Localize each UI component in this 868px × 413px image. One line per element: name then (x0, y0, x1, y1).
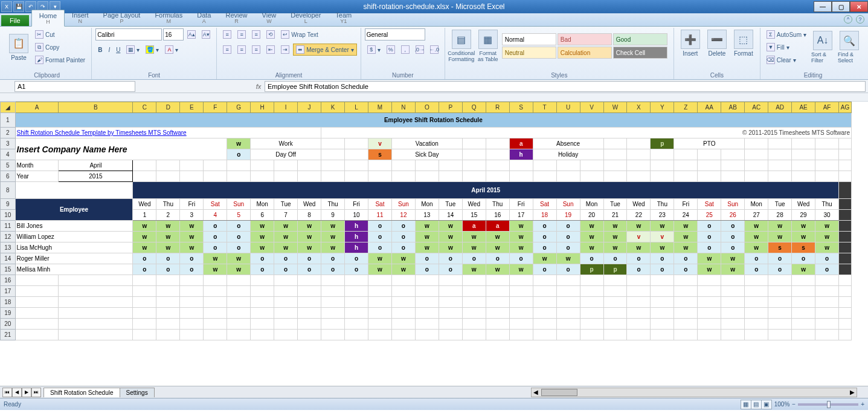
shift-cell[interactable]: o (698, 232, 721, 242)
shift-cell[interactable]: w (298, 232, 321, 242)
shift-cell[interactable]: w (486, 264, 509, 275)
shift-cell[interactable]: w (745, 242, 768, 253)
shift-cell[interactable]: h (345, 221, 368, 232)
col-header-Q[interactable]: Q (462, 102, 486, 113)
zoom-in-button[interactable]: + (861, 401, 864, 408)
page-layout-view-icon[interactable]: ▤ (751, 400, 762, 409)
shift-cell[interactable]: w (745, 232, 768, 242)
grow-font-button[interactable]: A▴ (185, 28, 198, 41)
shift-cell[interactable]: w (391, 264, 415, 275)
employee-name[interactable]: Lisa McHugh (15, 242, 133, 253)
col-header-E[interactable]: E (180, 102, 204, 113)
shift-cell[interactable]: o (556, 221, 580, 232)
shift-cell[interactable]: w (533, 253, 556, 264)
shift-cell[interactable]: o (815, 253, 839, 264)
row-header-4[interactable]: 4 (1, 149, 16, 160)
col-header-I[interactable]: I (274, 102, 298, 113)
find-select-button[interactable]: 🔍Find & Select (837, 30, 862, 65)
col-header-U[interactable]: U (556, 102, 580, 113)
row-header-16[interactable]: 16 (1, 275, 16, 286)
sheet-nav-first[interactable]: ⏮ (2, 388, 12, 397)
row-header-12[interactable]: 12 (1, 232, 16, 242)
shift-cell[interactable]: w (156, 232, 180, 242)
delete-cells-button[interactable]: ➖Delete (704, 28, 730, 58)
align-right-button[interactable]: ≡ (249, 44, 263, 56)
align-middle-button[interactable]: ≡ (235, 28, 248, 41)
col-header-N[interactable]: N (391, 102, 415, 113)
conditional-formatting-button[interactable]: ▤Conditional Formatting (449, 28, 474, 63)
shift-cell[interactable]: o (368, 221, 391, 232)
shift-cell[interactable]: w (274, 232, 298, 242)
sheet-tab-settings[interactable]: Settings (120, 388, 155, 397)
row-header-10[interactable]: 10 (1, 210, 16, 221)
indent-dec-button[interactable]: ⇤ (264, 44, 277, 56)
shift-cell[interactable]: w (745, 221, 768, 232)
row-header-1[interactable]: 1 (1, 113, 16, 128)
shift-cell[interactable]: o (698, 221, 721, 232)
minimize-ribbon-icon[interactable]: ^ (844, 15, 852, 24)
shift-cell[interactable]: w (651, 221, 674, 232)
shift-cell[interactable]: w (580, 221, 603, 232)
col-header-A[interactable]: A (15, 102, 59, 113)
spreadsheet-grid[interactable]: ◢ABCDEFGHIJKLMNOPQRSTUVWXYZAAABACADAEAFA… (0, 102, 868, 386)
shift-cell[interactable]: w (180, 221, 204, 232)
shift-cell[interactable]: w (792, 221, 815, 232)
shift-cell[interactable]: o (251, 264, 274, 275)
shift-cell[interactable]: w (462, 264, 486, 275)
shift-cell[interactable]: o (556, 242, 580, 253)
shift-cell[interactable]: w (415, 232, 439, 242)
file-tab[interactable]: File (1, 15, 29, 26)
shift-cell[interactable]: w (298, 221, 321, 232)
ribbon-tab-formulas[interactable]: FormulasM (147, 10, 190, 26)
shift-cell[interactable]: w (603, 242, 627, 253)
shift-cell[interactable]: o (486, 253, 509, 264)
shift-cell[interactable]: o (603, 253, 627, 264)
col-header-G[interactable]: G (227, 102, 251, 113)
ribbon-tab-team[interactable]: TeamY1 (328, 10, 359, 26)
shift-cell[interactable]: w (204, 253, 227, 264)
shift-cell[interactable]: o (745, 253, 768, 264)
shift-cell[interactable]: s (792, 242, 815, 253)
orientation-button[interactable]: ⟲ (264, 28, 277, 41)
shift-cell[interactable]: w (133, 232, 156, 242)
shift-cell[interactable]: w (556, 253, 580, 264)
shift-cell[interactable]: w (768, 232, 792, 242)
format-painter-button[interactable]: 🖌Format Painter (33, 54, 88, 66)
row-header-8[interactable]: 8 (1, 182, 16, 199)
shift-cell[interactable]: o (627, 253, 651, 264)
shift-cell[interactable]: w (603, 221, 627, 232)
shift-cell[interactable]: w (368, 264, 391, 275)
shift-cell[interactable]: o (651, 253, 674, 264)
shrink-font-button[interactable]: A▾ (199, 28, 213, 41)
percent-button[interactable]: % (384, 44, 397, 56)
row-header-6[interactable]: 6 (1, 171, 16, 182)
row-header-2[interactable]: 2 (1, 128, 16, 138)
shift-cell[interactable]: v (627, 232, 651, 242)
align-bottom-button[interactable]: ≡ (249, 28, 263, 41)
cell-styles-gallery[interactable]: NormalBadGoodNeutralCalculationCheck Cel… (502, 33, 667, 59)
shift-cell[interactable]: w (792, 232, 815, 242)
month-value[interactable]: April (59, 160, 133, 171)
shift-cell[interactable]: w (439, 242, 462, 253)
align-center-button[interactable]: ≡ (235, 44, 248, 56)
inc-decimal-button[interactable]: .0→ (413, 44, 426, 56)
shift-cell[interactable]: w (698, 264, 721, 275)
shift-cell[interactable]: w (509, 232, 533, 242)
sheet-nav-prev[interactable]: ◀ (12, 388, 22, 397)
col-header-AG[interactable]: AG (839, 102, 852, 113)
col-header-AA[interactable]: AA (698, 102, 721, 113)
shift-cell[interactable]: w (415, 221, 439, 232)
shift-cell[interactable]: h (345, 232, 368, 242)
col-header-T[interactable]: T (533, 102, 556, 113)
col-header-V[interactable]: V (580, 102, 603, 113)
shift-cell[interactable]: a (486, 221, 509, 232)
shift-cell[interactable]: o (345, 253, 368, 264)
col-header-H[interactable]: H (251, 102, 274, 113)
col-header-AE[interactable]: AE (792, 102, 815, 113)
shift-cell[interactable]: o (204, 242, 227, 253)
employee-name[interactable]: Roger Miller (15, 253, 133, 264)
shift-cell[interactable]: w (674, 232, 698, 242)
shift-cell[interactable]: w (603, 232, 627, 242)
employee-name[interactable]: Bill Jones (15, 221, 133, 232)
row-header-11[interactable]: 11 (1, 221, 16, 232)
